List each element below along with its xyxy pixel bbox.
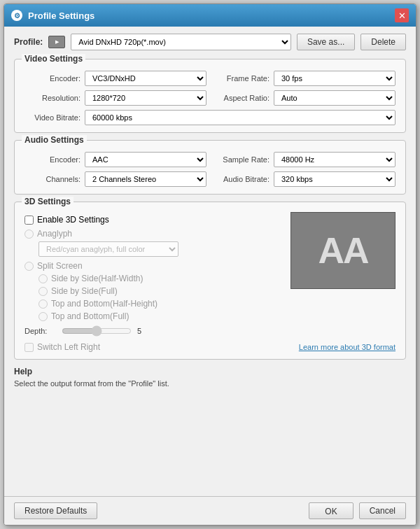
resolution-select[interactable]: 1280*720 bbox=[85, 90, 206, 106]
side-by-side-full-row: Side by Side(Full) bbox=[38, 286, 284, 296]
profile-select[interactable]: Avid DNxHD 720p(*.mov) bbox=[71, 34, 291, 50]
aspect-ratio-select[interactable]: Auto bbox=[274, 90, 396, 106]
video-encoder-label: Encoder: bbox=[24, 74, 80, 83]
audio-settings-title: Audio Settings bbox=[22, 135, 87, 145]
close-button[interactable]: ✕ bbox=[395, 8, 409, 22]
audio-encoder-select[interactable]: AAC bbox=[85, 152, 206, 167]
top-bottom-half-row: Top and Bottom(Half-Height) bbox=[38, 299, 396, 309]
aa-preview: AA bbox=[290, 212, 396, 289]
video-settings-section: Video Settings Encoder: VC3/DNxHD Frame … bbox=[14, 59, 406, 133]
help-section: Help Select the output format from the "… bbox=[14, 367, 406, 388]
side-by-side-full-radio[interactable] bbox=[38, 287, 48, 296]
sample-rate-select[interactable]: 48000 Hz bbox=[274, 152, 396, 167]
video-encoder-row: Encoder: VC3/DNxHD bbox=[24, 71, 206, 86]
top-bottom-full-radio[interactable] bbox=[38, 312, 48, 321]
video-bitrate-label: Video Bitrate: bbox=[24, 113, 80, 122]
split-screen-radio[interactable] bbox=[24, 262, 34, 271]
audio-bitrate-row: Audio Bitrate: 320 kbps bbox=[214, 171, 396, 187]
enable-3d-row: Enable 3D Settings bbox=[24, 215, 284, 225]
profile-settings-dialog: ⚙ Profile Settings ✕ Profile: ▶ Avid DNx… bbox=[4, 3, 416, 526]
depth-value: 5 bbox=[137, 327, 141, 335]
dialog-title: Profile Settings bbox=[28, 10, 94, 21]
video-settings-title: Video Settings bbox=[22, 54, 85, 64]
switch-learn-row: Switch Left Right Learn more about 3D fo… bbox=[24, 339, 396, 352]
title-bar: ⚙ Profile Settings ✕ bbox=[4, 4, 416, 27]
video-bitrate-row: Video Bitrate: 60000 kbps bbox=[24, 110, 396, 125]
dialog-body: Profile: ▶ Avid DNxHD 720p(*.mov) Save a… bbox=[4, 27, 416, 496]
frame-rate-label: Frame Rate: bbox=[214, 74, 270, 83]
top-bottom-full-row: Top and Bottom(Full) bbox=[38, 311, 396, 321]
help-title: Help bbox=[14, 367, 406, 376]
3d-settings-section: 3D Settings AA Enable 3D Settings Anagly… bbox=[14, 202, 406, 360]
sample-rate-row: Sample Rate: 48000 Hz bbox=[214, 152, 396, 167]
learn-more-link[interactable]: Learn more about 3D format bbox=[299, 343, 396, 351]
profile-icon: ▶ bbox=[48, 36, 65, 48]
top-bottom-full-label: Top and Bottom(Full) bbox=[51, 311, 129, 321]
aa-preview-text: AA bbox=[318, 230, 368, 271]
video-encoder-select[interactable]: VC3/DNxHD bbox=[85, 71, 206, 86]
depth-slider[interactable] bbox=[62, 325, 132, 337]
resolution-label: Resolution: bbox=[24, 94, 80, 102]
video-form-grid: Encoder: VC3/DNxHD Frame Rate: 30 fps Re… bbox=[24, 71, 396, 106]
side-by-side-half-row: Side by Side(Half-Width) bbox=[38, 274, 284, 283]
title-bar-left: ⚙ Profile Settings bbox=[11, 10, 94, 21]
switch-left-right-checkbox[interactable] bbox=[24, 343, 34, 352]
resolution-row: Resolution: 1280*720 bbox=[24, 90, 206, 106]
delete-button[interactable]: Delete bbox=[360, 34, 406, 50]
settings-icon: ⚙ bbox=[11, 10, 22, 21]
frame-rate-row: Frame Rate: 30 fps bbox=[214, 71, 396, 86]
audio-settings-section: Audio Settings Encoder: AAC Sample Rate:… bbox=[14, 140, 406, 195]
top-bottom-half-label: Top and Bottom(Half-Height) bbox=[51, 299, 158, 309]
side-by-side-half-radio[interactable] bbox=[38, 274, 48, 283]
split-screen-radio-row: Split Screen bbox=[24, 261, 284, 271]
audio-bitrate-label: Audio Bitrate: bbox=[214, 175, 270, 183]
help-text: Select the output format from the "Profi… bbox=[14, 379, 406, 388]
aspect-ratio-row: Aspect Ratio: Auto bbox=[214, 90, 396, 106]
frame-rate-select[interactable]: 30 fps bbox=[274, 71, 396, 86]
anaglyph-label: Anaglyph bbox=[37, 229, 72, 239]
side-by-side-full-label: Side by Side(Full) bbox=[51, 286, 118, 296]
channels-row: Channels: 2 Channels Stereo bbox=[24, 171, 206, 187]
footer-right: OK Cancel bbox=[309, 502, 406, 519]
depth-label: Depth: bbox=[24, 327, 56, 335]
enable-3d-label: Enable 3D Settings bbox=[37, 215, 109, 225]
split-screen-label: Split Screen bbox=[37, 261, 83, 271]
channels-select[interactable]: 2 Channels Stereo bbox=[85, 171, 206, 187]
audio-encoder-label: Encoder: bbox=[24, 155, 80, 164]
audio-form-grid: Encoder: AAC Sample Rate: 48000 Hz Chann… bbox=[24, 152, 396, 187]
side-by-side-half-label: Side by Side(Half-Width) bbox=[51, 274, 143, 283]
cancel-button[interactable]: Cancel bbox=[359, 502, 406, 519]
sample-rate-label: Sample Rate: bbox=[214, 155, 270, 164]
switch-left-right-row: Switch Left Right bbox=[24, 342, 100, 352]
anaglyph-radio[interactable] bbox=[24, 230, 34, 239]
save-as-button[interactable]: Save as... bbox=[297, 34, 355, 50]
channels-label: Channels: bbox=[24, 175, 80, 183]
switch-left-right-label: Switch Left Right bbox=[37, 342, 100, 352]
anaglyph-select[interactable]: Red/cyan anaglyph, full color bbox=[38, 241, 178, 257]
audio-bitrate-select[interactable]: 320 kbps bbox=[274, 171, 396, 187]
restore-defaults-button[interactable]: Restore Defaults bbox=[14, 502, 97, 519]
ok-button[interactable]: OK bbox=[309, 502, 353, 519]
aspect-ratio-label: Aspect Ratio: bbox=[214, 94, 270, 102]
audio-encoder-row: Encoder: AAC bbox=[24, 152, 206, 167]
top-bottom-half-radio[interactable] bbox=[38, 299, 48, 309]
dialog-footer: Restore Defaults OK Cancel bbox=[4, 496, 416, 525]
anaglyph-radio-row: Anaglyph bbox=[24, 229, 284, 239]
profile-row: Profile: ▶ Avid DNxHD 720p(*.mov) Save a… bbox=[14, 34, 406, 50]
enable-3d-checkbox[interactable] bbox=[24, 216, 34, 225]
3d-settings-title: 3D Settings bbox=[22, 197, 74, 206]
profile-label: Profile: bbox=[14, 37, 43, 47]
video-bitrate-select[interactable]: 60000 kbps bbox=[85, 110, 396, 125]
depth-row: Depth: 5 bbox=[24, 325, 396, 337]
